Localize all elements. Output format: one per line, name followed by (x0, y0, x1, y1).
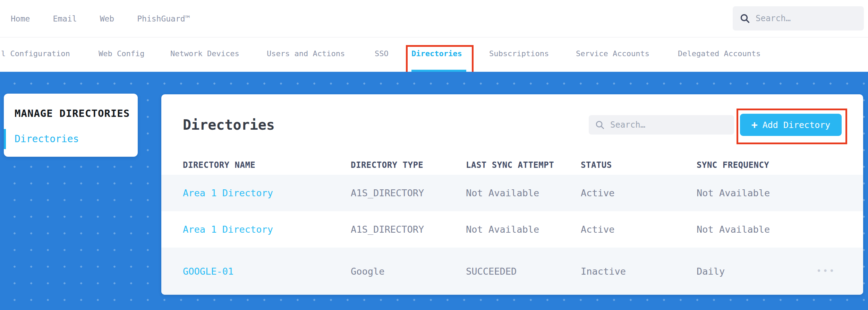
top-nav-bar: Home Email Web PhishGuard™ (0, 0, 868, 37)
directory-type-cell: A1S_DIRECTORY (351, 224, 466, 235)
directory-name-link[interactable]: Area 1 Directory (183, 224, 273, 235)
settings-tabs-bar: l Configuration Web Config Network Devic… (0, 37, 868, 72)
directories-search[interactable] (589, 115, 734, 135)
tab-network-devices[interactable]: Network Devices (170, 37, 239, 70)
column-status: STATUS (581, 160, 697, 170)
status-cell: Active (581, 188, 697, 198)
sidebar-item-directories[interactable]: Directories (15, 133, 79, 145)
table-row: GOOGLE-01 Google SUCCEEDED Inactive Dail… (161, 248, 863, 295)
last-sync-cell: Not Available (466, 188, 581, 198)
status-cell: Inactive (581, 266, 697, 277)
directory-type-cell: Google (351, 266, 466, 277)
nav-item-home[interactable]: Home (11, 14, 30, 23)
tab-subscriptions[interactable]: Subscriptions (489, 37, 549, 70)
manage-directories-panel: MANAGE DIRECTORIES Directories (4, 94, 138, 157)
table-row: Area 1 Directory A1S_DIRECTORY Not Avail… (161, 211, 863, 248)
row-menu-ellipsis-icon[interactable]: ••• (816, 267, 835, 275)
search-icon (740, 13, 750, 24)
nav-item-email[interactable]: Email (53, 14, 77, 23)
sync-frequency-cell: Daily (697, 266, 810, 277)
content-area: MANAGE DIRECTORIES Directories Directori… (0, 72, 868, 310)
global-search[interactable] (733, 6, 864, 31)
tab-users-and-actions[interactable]: Users and Actions (267, 37, 345, 70)
tab-delegated-accounts[interactable]: Delegated Accounts (678, 37, 760, 70)
directory-type-cell: A1S_DIRECTORY (351, 188, 466, 198)
panel-title: MANAGE DIRECTORIES (15, 107, 138, 119)
tab-email-configuration[interactable]: l Configuration (1, 37, 70, 70)
last-sync-cell: Not Available (466, 224, 581, 235)
tab-service-accounts[interactable]: Service Accounts (576, 37, 649, 70)
sync-frequency-cell: Not Available (697, 224, 810, 235)
nav-item-web[interactable]: Web (100, 14, 114, 23)
global-search-input[interactable] (756, 14, 857, 23)
tab-web-config[interactable]: Web Config (99, 37, 144, 70)
column-last-sync: LAST SYNC ATTEMPT (466, 160, 581, 170)
nav-item-phishguard[interactable]: PhishGuard™ (137, 14, 190, 23)
page-title: Directories (183, 117, 275, 133)
primary-nav: Home Email Web PhishGuard™ (0, 14, 190, 23)
table-row: Area 1 Directory A1S_DIRECTORY Not Avail… (161, 175, 863, 211)
last-sync-cell: SUCCEEDED (466, 266, 581, 277)
tab-sso[interactable]: SSO (375, 37, 389, 70)
sync-frequency-cell: Not Available (697, 188, 810, 198)
status-cell: Active (581, 224, 697, 235)
search-icon (595, 120, 605, 130)
column-directory-type: DIRECTORY TYPE (351, 160, 466, 170)
annotation-box-add-directory (737, 109, 847, 144)
directory-name-link[interactable]: GOOGLE-01 (183, 266, 233, 277)
directories-card: Directories + Add Directory DIRECTORY NA… (161, 94, 863, 295)
directory-name-link[interactable]: Area 1 Directory (183, 188, 273, 198)
card-header: Directories + Add Directory (161, 94, 863, 155)
column-directory-name: DIRECTORY NAME (183, 160, 351, 170)
directories-search-input[interactable] (610, 120, 728, 130)
column-sync-frequency: SYNC FREQUENCY (697, 160, 810, 170)
table-header-row: DIRECTORY NAME DIRECTORY TYPE LAST SYNC … (161, 155, 863, 175)
